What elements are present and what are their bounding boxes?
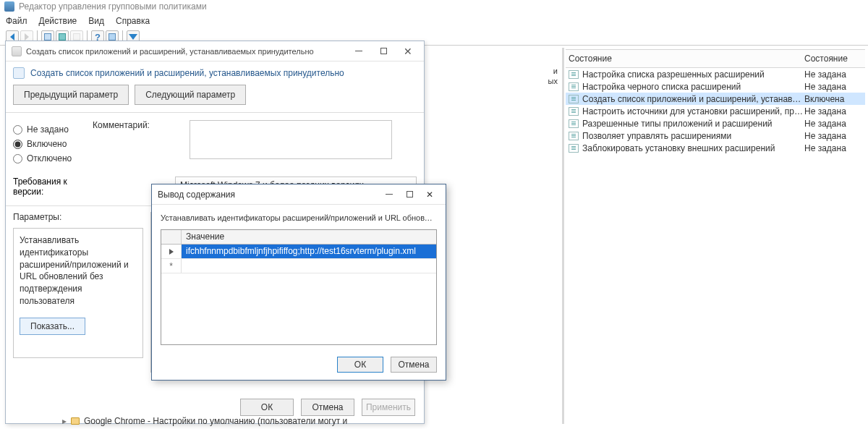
show-button[interactable]: Показать... <box>20 318 85 335</box>
setting-icon <box>569 144 579 153</box>
radio-enabled[interactable]: Включено <box>13 139 82 149</box>
menu-help[interactable]: Справка <box>116 16 150 26</box>
menu-bar: Файл Действие Вид Справка <box>6 16 150 26</box>
tree-label: Google Chrome - Настройки по умолчанию (… <box>84 416 347 426</box>
value-grid[interactable]: Значение ifchhfnnmpdbibfmljnfjhpififfog;… <box>161 229 437 345</box>
params-box: Устанавливать идентификаторы расширений/… <box>13 228 143 358</box>
content-list-dialog: Вывод содержания ✕ Устанавливать идентиф… <box>151 184 446 381</box>
menu-file[interactable]: Файл <box>6 16 27 26</box>
dialog-subtitle: Устанавливать идентификаторы расширений/… <box>152 205 446 229</box>
ok-button[interactable]: ОК <box>337 357 383 373</box>
folder-icon <box>71 417 80 425</box>
minimize-button[interactable] <box>349 44 369 59</box>
setting-icon <box>569 82 579 91</box>
minimize-button[interactable] <box>379 187 399 202</box>
list-item[interactable]: Позволяет управлять расширениямиНе задан… <box>566 129 865 142</box>
grid-header: Значение <box>161 230 436 245</box>
col-value[interactable]: Значение <box>182 230 436 244</box>
prev-setting-button[interactable]: Предыдущий параметр <box>13 85 129 105</box>
col-state2[interactable]: Состояние <box>804 54 862 64</box>
list-item[interactable]: Заблокировать установку внешних расширен… <box>566 142 865 154</box>
dialog-subhead: Создать список приложений и расширений, … <box>6 61 424 85</box>
menu-view[interactable]: Вид <box>88 16 104 26</box>
setting-icon <box>569 107 579 116</box>
params-label: Параметры: <box>13 212 143 222</box>
list-header: Состояние Состояние <box>566 49 865 68</box>
setting-icon <box>569 119 579 128</box>
next-setting-button[interactable]: Следующий параметр <box>135 85 246 105</box>
close-button[interactable]: ✕ <box>420 187 440 202</box>
current-row-icon <box>169 249 174 255</box>
cancel-button[interactable]: Отмена <box>301 399 354 416</box>
ok-button[interactable]: ОК <box>240 399 294 416</box>
params-desc: Устанавливать идентификаторы расширений/… <box>20 234 137 307</box>
dialog-icon <box>12 46 22 56</box>
policy-icon <box>13 67 25 79</box>
list-item[interactable]: Создать список приложений и расширений, … <box>566 93 865 105</box>
close-button[interactable]: ✕ <box>398 44 418 59</box>
cancel-button[interactable]: Отмена <box>391 357 437 373</box>
setting-icon <box>569 132 579 140</box>
requirements-label: Требования к версии: <box>13 177 93 197</box>
new-row-icon: * <box>161 259 182 273</box>
settings-list: Состояние Состояние Настройка списка раз… <box>566 49 865 154</box>
divider <box>6 112 424 113</box>
app-icon <box>4 1 14 12</box>
cell-value[interactable]: ifchhfnnmpdbibfmljnfjhpififfog;http://te… <box>182 245 436 258</box>
setting-icon <box>569 95 579 103</box>
tree-fragment: и <box>553 67 558 75</box>
grid-row[interactable]: ifchhfnnmpdbibfmljnfjhpififfog;http://te… <box>161 245 436 259</box>
cell-value-empty[interactable] <box>182 259 436 273</box>
tree-item[interactable]: ▸ Google Chrome - Настройки по умолчанию… <box>62 416 347 426</box>
list-item[interactable]: Настройка черного списка расширенийНе за… <box>566 80 865 93</box>
comment-textarea[interactable] <box>190 120 392 159</box>
menu-action[interactable]: Действие <box>39 16 77 26</box>
maximize-button[interactable] <box>373 44 393 59</box>
list-item[interactable]: Настройка списка разрешенных расширенийН… <box>566 68 865 80</box>
list-item[interactable]: Настроить источники для установки расшир… <box>566 105 865 117</box>
col-state[interactable]: Состояние <box>569 54 804 64</box>
grid-row-new[interactable]: * <box>161 259 436 273</box>
subhead-text: Создать список приложений и расширений, … <box>30 68 344 78</box>
maximize-button[interactable] <box>399 187 420 202</box>
setting-icon <box>569 70 579 79</box>
comment-label: Комментарий: <box>93 120 179 130</box>
dialog-titlebar: Создать список приложений и расширений, … <box>6 41 424 61</box>
list-item[interactable]: Разрешенные типы приложений и расширений… <box>566 117 865 129</box>
row-header-spacer <box>161 230 182 244</box>
dialog-title: Вывод содержания <box>158 190 379 200</box>
dialog-title: Создать список приложений и расширений, … <box>26 47 344 56</box>
apply-button: Применить <box>362 399 415 416</box>
radio-notset[interactable]: Не задано <box>13 124 82 135</box>
radio-disabled[interactable]: Отключено <box>13 153 82 163</box>
dialog-titlebar: Вывод содержания ✕ <box>152 184 446 205</box>
row-indicator <box>161 245 182 258</box>
tree-panel: и ых <box>443 48 564 424</box>
title-text: Редактор управления групповыми политикам… <box>19 1 207 12</box>
tree-fragment: ых <box>548 77 558 85</box>
main-window-title: Редактор управления групповыми политикам… <box>4 1 207 12</box>
